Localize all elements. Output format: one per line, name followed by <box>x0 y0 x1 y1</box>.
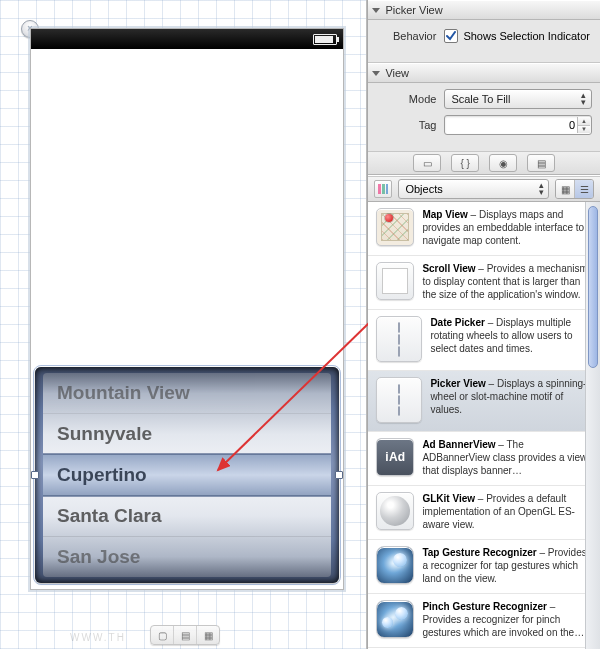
chevrons-icon: ▴▾ <box>539 182 544 196</box>
tap-gesture-icon <box>376 546 414 584</box>
list-item-text: Pinch Gesture Recognizer – Provides a re… <box>422 600 592 639</box>
resize-handle-right[interactable] <box>335 471 343 479</box>
list-item[interactable]: GLKit View – Provides a default implemen… <box>368 486 600 540</box>
list-item-text: Date Picker – Displays multiple rotating… <box>430 316 592 362</box>
seg-btn[interactable]: ▢ <box>151 626 174 644</box>
picker-view-icon <box>376 377 422 423</box>
list-item[interactable]: Tap Gesture Recognizer – Provides a reco… <box>368 540 600 594</box>
uipickerview[interactable]: Mountain View Sunnyvale Cupertino Santa … <box>35 367 339 583</box>
media-library-tab[interactable]: ▤ <box>527 154 555 172</box>
library-view-toggle[interactable]: ▦ ☰ <box>555 179 594 199</box>
glkit-view-icon <box>376 492 414 530</box>
code-snippet-tab[interactable]: { } <box>451 154 479 172</box>
library-filter-select[interactable]: Objects ▴▾ <box>398 179 549 199</box>
list-item[interactable]: Date Picker – Displays multiple rotating… <box>368 310 600 371</box>
chevrons-icon: ▴▾ <box>579 92 587 106</box>
list-item[interactable]: Map View – Displays maps and provides an… <box>368 202 600 256</box>
tag-value: 0 <box>569 119 575 131</box>
object-library-list[interactable]: Map View – Displays maps and provides an… <box>368 202 600 649</box>
shows-selection-checkbox[interactable] <box>444 29 458 43</box>
seg-btn[interactable]: ▦ <box>197 626 219 644</box>
map-view-icon <box>376 208 414 246</box>
root-view[interactable]: Mountain View Sunnyvale Cupertino Santa … <box>31 49 343 589</box>
tag-stepper[interactable]: ▲ ▼ <box>577 117 590 133</box>
utility-tab-bar: ▭ { } ◉ ▤ <box>368 152 600 175</box>
list-view-icon[interactable]: ☰ <box>575 180 593 198</box>
seg-btn[interactable]: ▤ <box>174 626 197 644</box>
ib-canvas[interactable]: × Mountain View Sunnyvale Cupertino Sant… <box>0 0 367 649</box>
picker-wheel[interactable]: Mountain View Sunnyvale Cupertino Santa … <box>43 373 331 577</box>
svg-rect-3 <box>386 184 388 194</box>
list-item-text: Map View – Displays maps and provides an… <box>422 208 592 247</box>
picker-row[interactable]: Sunnyvale <box>43 414 331 455</box>
file-template-tab[interactable]: ▭ <box>413 154 441 172</box>
date-picker-icon <box>376 316 422 362</box>
pinch-gesture-icon <box>376 600 414 638</box>
picker-row[interactable]: San Jose <box>43 537 331 577</box>
tag-input[interactable]: 0 ▲ ▼ <box>444 115 592 135</box>
list-item-text: Ad BannerView – The ADBannerView class p… <box>422 438 592 477</box>
object-library-tab[interactable]: ◉ <box>489 154 517 172</box>
svg-rect-1 <box>378 184 381 194</box>
list-item-selected[interactable]: Picker View – Displays a spinning-wheel … <box>368 371 600 432</box>
mode-value: Scale To Fill <box>451 93 510 105</box>
list-item-text: Picker View – Displays a spinning-wheel … <box>430 377 592 423</box>
list-item[interactable]: iAd Ad BannerView – The ADBannerView cla… <box>368 432 600 486</box>
library-scope-icon[interactable] <box>374 180 392 198</box>
list-item-text: GLKit View – Provides a default implemen… <box>422 492 592 531</box>
library-filter-value: Objects <box>405 183 442 195</box>
section-title: View <box>385 67 409 79</box>
label-tag: Tag <box>376 119 436 131</box>
label-behavior: Behavior <box>376 30 436 42</box>
stepper-up[interactable]: ▲ <box>578 117 590 126</box>
label-shows-selection: Shows Selection Indicator <box>463 30 590 42</box>
iphone-view[interactable]: Mountain View Sunnyvale Cupertino Santa … <box>30 28 344 590</box>
scroll-view-icon <box>376 262 414 300</box>
section-picker-view[interactable]: Picker View <box>368 0 600 20</box>
list-item-text: Tap Gesture Recognizer – Provides a reco… <box>422 546 592 585</box>
section-title: Picker View <box>385 4 442 16</box>
status-bar <box>31 29 343 50</box>
disclosure-triangle-icon <box>372 8 380 13</box>
mode-select[interactable]: Scale To Fill ▴▾ <box>444 89 592 109</box>
svg-rect-2 <box>382 184 385 194</box>
list-item[interactable]: Scroll View – Provides a mechanism to di… <box>368 256 600 310</box>
library-toolbar: Objects ▴▾ ▦ ☰ <box>368 177 600 202</box>
stepper-down[interactable]: ▼ <box>578 126 590 134</box>
list-item-text: Scroll View – Provides a mechanism to di… <box>422 262 592 301</box>
watermark: WWW.TH <box>70 632 126 643</box>
battery-icon <box>313 34 337 45</box>
canvas-zoom-segmented[interactable]: ▢ ▤ ▦ <box>150 625 220 645</box>
grid-view-icon[interactable]: ▦ <box>556 180 575 198</box>
section-view[interactable]: View <box>368 63 600 83</box>
iad-icon: iAd <box>376 438 414 476</box>
label-mode: Mode <box>376 93 436 105</box>
scrollbar[interactable] <box>585 202 600 649</box>
picker-row[interactable]: Mountain View <box>43 373 331 414</box>
scrollbar-thumb[interactable] <box>588 206 598 368</box>
inspector-panel: Picker View Behavior Shows Selection Ind… <box>367 0 600 649</box>
list-item[interactable]: Pinch Gesture Recognizer – Provides a re… <box>368 594 600 648</box>
disclosure-triangle-icon <box>372 71 380 76</box>
resize-handle-left[interactable] <box>31 471 39 479</box>
picker-row[interactable]: Santa Clara <box>43 496 331 537</box>
picker-row-selected[interactable]: Cupertino <box>43 455 331 496</box>
